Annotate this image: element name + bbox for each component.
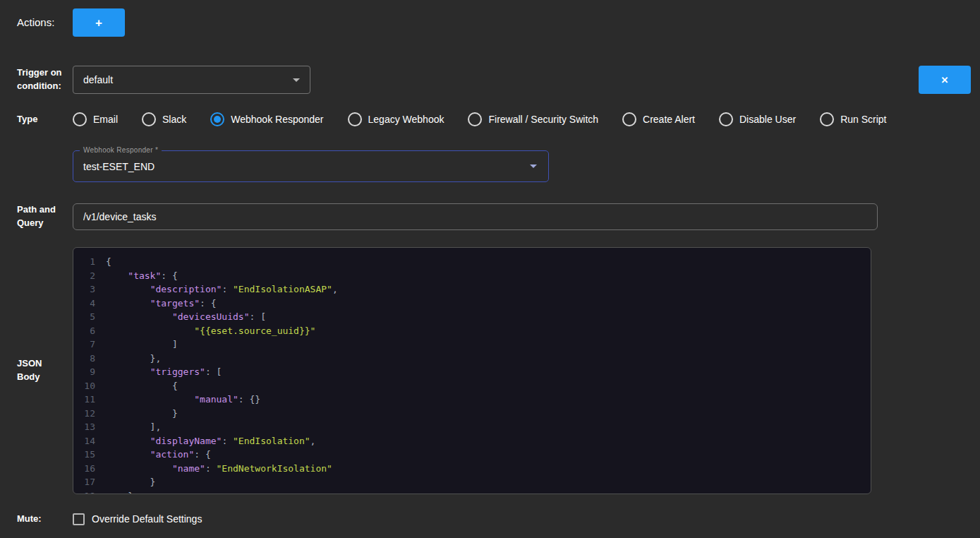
code-line: "targets": {: [106, 297, 338, 311]
line-number: 18: [73, 489, 106, 495]
type-radio-slack[interactable]: Slack: [142, 112, 186, 126]
code-line: "action": {: [106, 448, 338, 462]
trigger-condition-value: default: [83, 74, 113, 85]
radio-label: Firewall / Security Switch: [488, 114, 598, 125]
line-number: 4: [73, 297, 106, 311]
trigger-condition-select[interactable]: default: [73, 66, 310, 94]
type-radio-webhook-responder[interactable]: Webhook Responder: [210, 112, 323, 126]
line-number: 10: [73, 379, 106, 393]
webhook-responder-value: test-ESET_END: [83, 161, 155, 172]
type-radio-group: EmailSlackWebhook ResponderLegacy Webhoo…: [73, 112, 887, 126]
webhook-responder-field-label: Webhook Responder *: [80, 146, 162, 154]
override-default-settings-label: Override Default Settings: [92, 513, 202, 525]
path-query-input[interactable]: [73, 203, 878, 230]
radio-label: Run Script: [840, 114, 886, 125]
trigger-condition-label: Trigger on condition:: [17, 66, 63, 93]
add-action-button[interactable]: +: [73, 8, 125, 37]
actions-label: Actions:: [17, 15, 63, 30]
radio-icon[interactable]: [73, 112, 87, 126]
line-number: 9: [73, 365, 106, 379]
path-query-label: Path and Query: [17, 203, 63, 230]
code-line: "triggers": [: [106, 365, 338, 379]
type-radio-legacy-webhook[interactable]: Legacy Webhook: [348, 112, 444, 126]
plus-icon: +: [95, 17, 102, 29]
radio-label: Slack: [162, 114, 186, 125]
code-line: {: [106, 255, 338, 269]
radio-icon[interactable]: [719, 112, 733, 126]
close-icon: ✕: [941, 76, 949, 85]
radio-label: Disable User: [739, 114, 796, 125]
line-number: 3: [73, 282, 106, 297]
radio-icon[interactable]: [348, 112, 362, 126]
type-radio-firewall-security-switch[interactable]: Firewall / Security Switch: [468, 112, 598, 126]
webhook-responder-row: Webhook Responder * test-ESET_END: [0, 150, 980, 182]
json-body-row: JSON Body 123456789101112131415161718 { …: [0, 247, 980, 494]
type-radio-create-alert[interactable]: Create Alert: [622, 112, 695, 126]
chevron-down-icon: [293, 78, 300, 82]
code-line: "task": {: [106, 269, 338, 283]
actions-row: Actions: +: [0, 0, 980, 37]
line-number: 7: [73, 337, 106, 352]
override-default-settings-checkbox[interactable]: [73, 513, 85, 525]
code-line: "displayName": "EndIsolation",: [106, 434, 338, 448]
type-row: Type EmailSlackWebhook ResponderLegacy W…: [0, 112, 980, 126]
chevron-down-icon: [530, 165, 537, 168]
path-query-row: Path and Query: [0, 203, 980, 230]
editor-code[interactable]: { "task": { "description": "EndIsolation…: [106, 248, 338, 494]
type-radio-email[interactable]: Email: [73, 112, 118, 126]
line-number: 17: [73, 475, 106, 489]
action-config-page: Actions: + Trigger on condition: default…: [0, 0, 980, 526]
radio-icon[interactable]: [468, 112, 482, 126]
radio-icon[interactable]: [820, 112, 834, 126]
line-number: 12: [73, 407, 106, 421]
line-number: 2: [73, 269, 106, 283]
line-number: 6: [73, 324, 106, 338]
code-line: "manual": {}: [106, 393, 338, 407]
code-line: "{{eset.source_uuid}}": [106, 324, 338, 338]
radio-label: Legacy Webhook: [368, 114, 444, 125]
code-line: ]: [106, 337, 338, 352]
code-line: {: [106, 379, 338, 393]
code-line: }: [106, 489, 338, 494]
code-line: "name": "EndNetworkIsolation": [106, 462, 338, 476]
type-label: Type: [17, 113, 63, 126]
editor-gutter: 123456789101112131415161718: [73, 248, 106, 494]
json-body-label: JSON Body: [17, 357, 63, 384]
line-number: 15: [73, 448, 106, 462]
type-radio-run-script[interactable]: Run Script: [820, 112, 886, 126]
code-line: }: [106, 475, 338, 489]
radio-icon[interactable]: [622, 112, 636, 126]
radio-label: Create Alert: [643, 114, 695, 125]
line-number: 14: [73, 434, 106, 448]
radio-label: Webhook Responder: [231, 114, 323, 125]
code-line: "description": "EndIsolationASAP",: [106, 282, 338, 297]
json-body-editor[interactable]: 123456789101112131415161718 { "task": { …: [73, 247, 871, 494]
line-number: 5: [73, 310, 106, 324]
trigger-row: Trigger on condition: default ✕: [0, 66, 980, 94]
line-number: 8: [73, 352, 106, 366]
webhook-responder-select[interactable]: Webhook Responder * test-ESET_END: [73, 150, 549, 182]
code-line: },: [106, 352, 338, 366]
code-line: }: [106, 407, 338, 421]
mute-row: Mute: Override Default Settings: [0, 513, 980, 526]
line-number: 11: [73, 393, 106, 407]
radio-label: Email: [93, 114, 118, 125]
remove-action-button[interactable]: ✕: [919, 66, 971, 94]
code-line: "devicesUuids": [: [106, 310, 338, 324]
line-number: 13: [73, 420, 106, 434]
radio-selected-icon[interactable]: [210, 112, 224, 126]
line-number: 16: [73, 462, 106, 476]
mute-label: Mute:: [17, 513, 63, 526]
line-number: 1: [73, 255, 106, 269]
radio-icon[interactable]: [142, 112, 156, 126]
code-line: ],: [106, 420, 338, 434]
type-radio-disable-user[interactable]: Disable User: [719, 112, 796, 126]
